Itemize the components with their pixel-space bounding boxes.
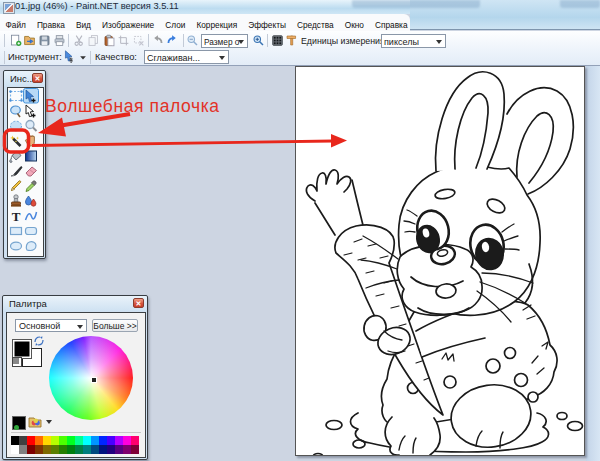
svg-text:Волшебная палочка: Волшебная палочка bbox=[45, 96, 220, 116]
